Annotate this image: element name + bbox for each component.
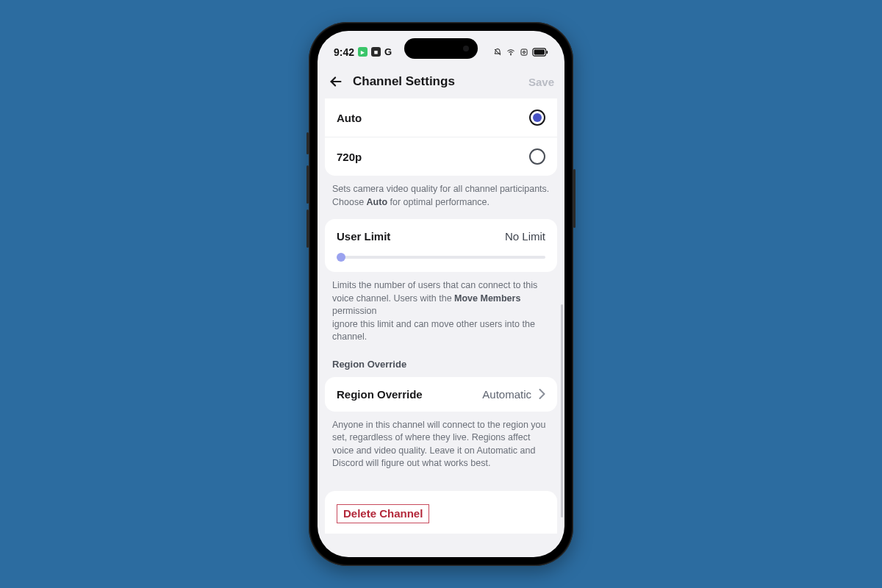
- video-quality-card: Auto 720p: [325, 98, 557, 176]
- delete-card: Delete Channel: [325, 491, 557, 534]
- dynamic-island: [404, 38, 478, 59]
- region-row-label: Region Override: [337, 388, 423, 401]
- arrow-left-icon: [328, 74, 344, 90]
- option-label: Auto: [337, 112, 362, 124]
- quality-option-auto[interactable]: Auto: [325, 98, 557, 137]
- quality-help-text: Sets camera video quality for all channe…: [318, 176, 564, 219]
- delete-channel-button[interactable]: Delete Channel: [337, 504, 429, 524]
- side-button: [306, 165, 309, 204]
- user-limit-help-text: Limits the number of users that can conn…: [318, 272, 564, 354]
- save-button[interactable]: Save: [528, 76, 554, 88]
- status-left: 9:42 ▸ ■ G: [334, 46, 392, 58]
- side-button: [306, 209, 309, 248]
- svg-rect-5: [546, 50, 548, 53]
- user-limit-value: No Limit: [505, 230, 545, 243]
- region-help-text: Anyone in this channel will connect to t…: [318, 412, 564, 481]
- region-override-row[interactable]: Region Override Automatic: [325, 377, 557, 412]
- region-row-value: Automatic: [482, 388, 531, 401]
- screen: 9:42 ▸ ■ G Channel Settings Save: [318, 31, 564, 557]
- side-button: [573, 169, 576, 228]
- content-scroll[interactable]: Auto 720p Sets camera video quality for …: [318, 98, 564, 557]
- svg-point-0: [511, 54, 512, 55]
- dnd-icon: [493, 48, 502, 57]
- region-card: Region Override Automatic: [325, 377, 557, 412]
- chevron-right-icon: [539, 389, 545, 399]
- phone-frame: 9:42 ▸ ■ G Channel Settings Save: [309, 22, 573, 566]
- status-app-icon: G: [384, 46, 392, 57]
- nav-header: Channel Settings Save: [318, 65, 564, 98]
- status-badge-icon: ■: [371, 47, 381, 57]
- scroll-indicator: [561, 304, 563, 517]
- user-limit-slider[interactable]: [337, 256, 545, 259]
- battery-icon: [532, 48, 548, 57]
- side-button: [306, 132, 309, 154]
- svg-point-2: [523, 51, 526, 53]
- slider-thumb-icon[interactable]: [337, 253, 345, 262]
- back-button[interactable]: [328, 74, 348, 90]
- status-time: 9:42: [334, 46, 354, 58]
- svg-rect-1: [521, 49, 527, 55]
- status-right: [493, 48, 548, 57]
- status-badge-icon: ▸: [358, 47, 368, 57]
- page-title: Channel Settings: [348, 74, 528, 89]
- radio-unselected-icon: [529, 148, 545, 165]
- rotation-lock-icon: [520, 48, 528, 57]
- user-limit-label: User Limit: [337, 230, 390, 243]
- wifi-icon: [506, 48, 516, 57]
- svg-rect-4: [534, 49, 545, 54]
- region-section-title: Region Override: [318, 354, 564, 377]
- user-limit-card: User Limit No Limit: [325, 219, 557, 272]
- radio-selected-icon: [529, 110, 545, 126]
- option-label: 720p: [337, 151, 362, 163]
- quality-option-720p[interactable]: 720p: [325, 137, 557, 176]
